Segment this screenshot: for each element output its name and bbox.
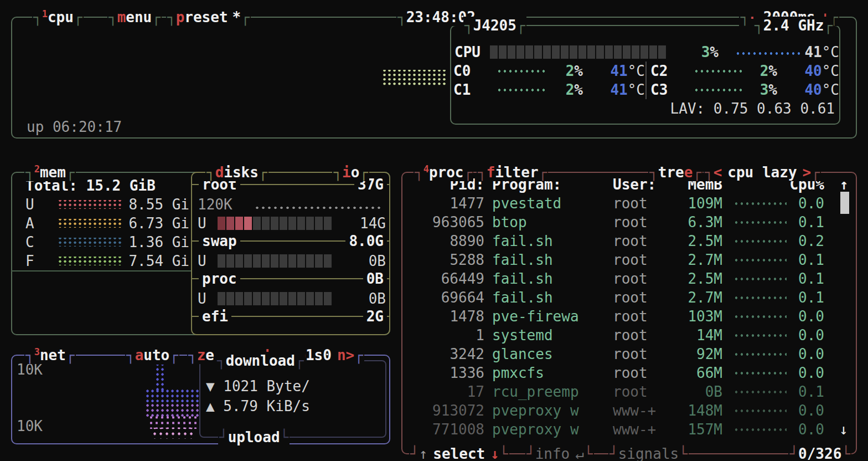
- upload-label: upload: [218, 428, 290, 446]
- proc-panel-title[interactable]: 4proc: [414, 163, 473, 181]
- cpu-stats-box: J4205 2.4 GHz CPU 3% 41°C C0 2% 41°C C1: [450, 25, 840, 125]
- process-row[interactable]: 771008 pveproxy w www-+ 157M 0.0: [410, 420, 848, 439]
- scroll-up-icon[interactable]: ↑: [840, 175, 849, 194]
- core-temp: 40°C: [777, 80, 839, 99]
- process-cpu-graph: [733, 370, 787, 377]
- process-row[interactable]: 3242 glances root 92M 0.0: [410, 345, 848, 363]
- core-percent: 2%: [546, 80, 583, 99]
- net-auto-button[interactable]: auto: [125, 346, 179, 364]
- process-row[interactable]: 5288 fail.sh root 2.7M 0.1: [410, 250, 848, 269]
- core-mini-graph: [694, 86, 743, 94]
- net-graph: [152, 428, 196, 439]
- mem-row-graph: [58, 257, 123, 265]
- tree-toggle[interactable]: tree: [648, 163, 702, 181]
- net-speed-box: download ▼ 1021 Byte/ ▲ 5.79 KiB/s uploa…: [199, 360, 386, 438]
- disk-efi-separator: efi2G: [191, 316, 390, 317]
- core-column-divider: [645, 62, 647, 99]
- menu-button[interactable]: menu: [107, 8, 162, 26]
- process-row[interactable]: 17 rcu_preemp root 0B 0.1: [410, 382, 848, 401]
- core-percent: 3%: [743, 80, 777, 99]
- disk-swap-separator: swap8.0G: [191, 240, 390, 242]
- sort-next-button[interactable]: >: [803, 164, 812, 181]
- mem-section-divider: [11, 270, 192, 272]
- info-button[interactable]: info↵: [525, 445, 594, 461]
- process-cpu-graph: [733, 313, 787, 320]
- process-row[interactable]: 1 systemd root 14M 0.0: [410, 326, 848, 345]
- net-scale-bottom: 10K: [17, 417, 43, 436]
- upload-speed: ▲ 5.79 KiB/s: [206, 397, 310, 416]
- cpu-total-percent: 3%: [674, 43, 719, 62]
- process-row[interactable]: 69664 fail.sh root 2.7M 0.1: [410, 288, 848, 307]
- process-cpu-graph: [733, 332, 787, 339]
- core-temp: 40°C: [777, 62, 839, 80]
- cpu-total-row: CPU 3% 41°C: [451, 43, 839, 62]
- filter-button[interactable]: filter: [477, 163, 548, 181]
- process-cpu-graph: [733, 257, 787, 264]
- select-keys[interactable]: ↑select↓: [409, 445, 509, 461]
- mem-row: C 1.36 Gi: [25, 233, 189, 252]
- cpu-panel-title[interactable]: 1cpu: [32, 8, 84, 26]
- disk-root-meter: [218, 217, 332, 230]
- core-temp: 41°C: [583, 62, 645, 80]
- process-cpu-graph: [733, 407, 787, 414]
- process-cpu-graph: [733, 200, 787, 207]
- process-cpu-graph: [733, 426, 787, 433]
- core-percent: 2%: [546, 62, 583, 80]
- disk-root-io-value: 120K: [198, 195, 232, 214]
- process-row[interactable]: 1336 pmxcfs root 66M 0.0: [410, 363, 848, 382]
- net-graph: [155, 365, 165, 390]
- core-mini-graph: [497, 68, 546, 75]
- load-average: LAV: 0.75 0.63 0.61: [670, 99, 835, 118]
- mem-row-graph: [58, 238, 123, 247]
- selection-count: 0/326: [788, 445, 851, 461]
- disks-panel: disks io root37G 120K U 14G swap8.0G U 0…: [191, 172, 390, 335]
- disk-proc-meter: [218, 292, 332, 305]
- process-cpu-graph: [733, 351, 787, 358]
- disk-root-separator: root37G: [191, 184, 390, 185]
- mem-panel-title[interactable]: 2mem: [24, 163, 76, 181]
- disk-root-io-graph: [254, 205, 384, 211]
- scroll-down-icon[interactable]: ↓: [839, 420, 848, 439]
- process-row[interactable]: 66449 fail.sh root 2.5M 0.1: [410, 269, 848, 288]
- process-cpu-graph: [733, 388, 787, 396]
- mem-usage-list: U 8.55 Gi A 6.73 Gi C 1.36 Gi F 7.54 Gi: [25, 195, 189, 270]
- process-row[interactable]: 1477 pvestatd root 109M 0.0: [410, 194, 848, 213]
- process-cpu-graph: [733, 238, 787, 245]
- disk-swap-meter: [218, 254, 332, 268]
- process-cpu-graph: [733, 275, 787, 283]
- net-graph: [145, 388, 199, 402]
- preset-button[interactable]: preset*: [166, 8, 251, 26]
- cpu-model: J4205: [463, 17, 526, 34]
- disks-panel-title[interactable]: disks: [205, 163, 268, 181]
- net-panel-title[interactable]: 3net: [24, 346, 76, 364]
- signals-button[interactable]: signals: [608, 445, 689, 461]
- sort-prev-button[interactable]: <: [714, 164, 722, 181]
- process-row[interactable]: 1478 pve-firewa root 103M 0.0: [410, 307, 848, 326]
- mem-row: A 6.73 Gi: [25, 214, 189, 233]
- process-cpu-graph: [733, 294, 787, 301]
- upload-arrow-icon: ▲: [206, 398, 215, 414]
- core-temp: 41°C: [583, 80, 645, 99]
- process-row[interactable]: 963065 btop root 6.3M 0.1: [410, 213, 848, 232]
- iface-next-button[interactable]: n>: [337, 347, 354, 363]
- download-speed: ▼ 1021 Byte/: [206, 377, 310, 396]
- sort-selector[interactable]: <cpu lazy>: [704, 163, 821, 181]
- io-mode-button[interactable]: io: [332, 163, 369, 181]
- process-table: 1477 pvestatd root 109M 0.0 963065 btop …: [410, 194, 848, 439]
- disk-proc-used-row: U 0B: [198, 289, 386, 308]
- mem-row: U 8.55 Gi: [25, 195, 189, 214]
- core-row: C2 2% 40°C: [650, 62, 839, 80]
- disk-swap-used-row: U 0B: [198, 252, 386, 270]
- cpu-panel: 1cpu menu preset* 23:48:02 -2000ms+ up 0…: [11, 17, 857, 139]
- core-row: C1 2% 41°C: [453, 80, 645, 99]
- cpu-frequency: 2.4 GHz: [753, 17, 834, 34]
- disk-root-used-row: U 14G: [198, 214, 386, 233]
- process-row[interactable]: 8890 fail.sh root 2.5M 0.2: [410, 232, 848, 250]
- download-arrow-icon: ▼: [206, 378, 215, 395]
- uptime: up 06:20:17: [27, 117, 122, 136]
- core-mini-graph: [694, 68, 743, 75]
- core-row: C3 3% 40°C: [650, 80, 839, 99]
- btop-terminal: 1cpu menu preset* 23:48:02 -2000ms+ up 0…: [0, 0, 868, 461]
- net-panel: 3net auto zero <benp1s0n> 10K 10K downlo…: [11, 355, 390, 444]
- process-row[interactable]: 913072 pveproxy w www-+ 148M 0.0: [410, 401, 848, 420]
